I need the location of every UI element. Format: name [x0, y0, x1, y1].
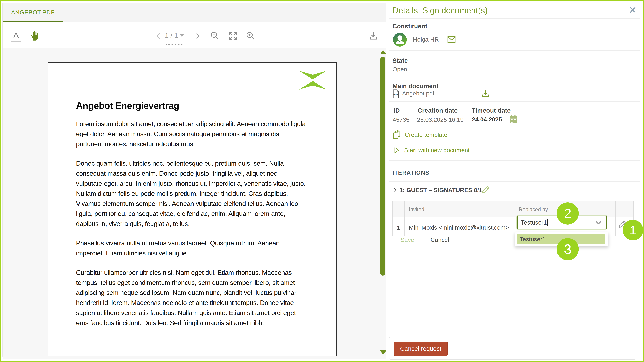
document-paragraph: Phasellus viverra nulla ut metus varius …	[76, 238, 306, 258]
download-icon	[368, 31, 378, 41]
window-border-top	[0, 0, 644, 1]
tab-label: ANGEBOT.PDF	[11, 9, 55, 16]
page-indicator-value: 1 / 1	[165, 31, 178, 39]
zoom-out-button[interactable]	[209, 29, 221, 42]
table-column-divider	[615, 201, 616, 236]
calendar-icon[interactable]	[509, 115, 518, 124]
window-border-right	[642, 0, 644, 362]
pdf-viewer-card: ANGEBOT.PDF A	[3, 3, 386, 359]
row-number-cell: 1	[392, 224, 404, 231]
divider	[389, 181, 640, 182]
iteration-group-expander[interactable]: 1: GUEST – SIGNATURES 0/1	[392, 186, 482, 194]
tab-bar: ANGEBOT.PDF	[3, 3, 386, 22]
main-document-label: Main document	[392, 82, 438, 90]
viewer-toolbar: A 1 / 1	[3, 22, 386, 48]
start-with-new-document-label: Start with new document	[404, 147, 470, 154]
details-footer: Cancel request	[389, 337, 636, 360]
text-select-icon: A	[13, 31, 19, 39]
document-title: Angebot Energievertrag	[76, 100, 179, 111]
divider	[389, 160, 640, 161]
details-panel-title: Details: Sign document(s)	[392, 5, 488, 15]
document-paragraph: Lorem ipsum dolor sit amet, consectetuer…	[76, 119, 306, 149]
timeout-date-label: Timeout date	[472, 107, 511, 114]
document-paragraph: Donec quam felis, ultricies nec, pellent…	[76, 158, 306, 229]
download-green-icon	[481, 89, 490, 98]
annotation-step-2: 2	[556, 202, 579, 225]
close-icon[interactable]: ✕	[628, 4, 637, 16]
pdf-file-icon: PDF	[392, 89, 400, 98]
table-column-divider	[404, 201, 405, 236]
cancel-button[interactable]: Cancel	[430, 237, 449, 243]
column-header-invited: Invited	[409, 206, 424, 213]
creation-date-value: 25.03.2025 16:19	[417, 116, 464, 123]
play-outline-icon	[392, 146, 400, 155]
avatar	[393, 33, 407, 46]
table-column-divider	[514, 201, 514, 236]
window-border-left	[0, 0, 2, 362]
scrollbar-down-arrow[interactable]	[380, 351, 386, 355]
window-border-bottom	[0, 361, 644, 362]
fit-to-screen-button[interactable]	[227, 29, 239, 42]
zoom-in-button[interactable]	[245, 29, 256, 42]
save-button[interactable]: Save	[400, 237, 414, 243]
signers-table: Invited Replaced by 1 Mini Moxis <mini.m…	[392, 201, 634, 237]
creation-date-label: Creation date	[418, 107, 458, 114]
annotation-step-1: 1	[623, 220, 643, 240]
download-document-button[interactable]	[367, 29, 380, 42]
signers-table-header	[392, 201, 634, 217]
xitrust-logo-icon	[298, 71, 327, 90]
hand-icon	[30, 30, 40, 42]
divider	[389, 18, 640, 18]
divider	[389, 76, 640, 76]
download-main-document-button[interactable]	[481, 89, 490, 98]
divider	[389, 142, 640, 142]
iterations-heading: ITERATIONS	[392, 170, 430, 176]
page-select-caret-icon	[180, 34, 184, 37]
state-value: Open	[392, 66, 407, 73]
app-window: { "colors": { "accent_green": "#7d9c2d",…	[0, 0, 644, 362]
pencil-icon	[481, 185, 490, 194]
divider	[389, 127, 640, 127]
edit-iteration-button[interactable]	[481, 185, 490, 194]
create-template-link[interactable]: Create template	[392, 130, 447, 140]
chevron-right-icon	[194, 31, 201, 41]
text-select-tool-button[interactable]: A	[10, 30, 22, 43]
tab-active-underline	[3, 20, 63, 22]
pan-tool-button[interactable]	[28, 29, 42, 43]
document-paragraph: Curabitur ullamcorper ultricies nisi. Na…	[76, 268, 306, 328]
copy-template-icon	[392, 130, 401, 140]
next-page-button[interactable]	[193, 30, 202, 42]
chevron-right-icon	[392, 186, 398, 194]
expand-icon	[228, 31, 238, 40]
column-header-replaced-by: Replaced by	[519, 206, 548, 213]
divider	[389, 101, 640, 102]
text-select-underline	[11, 41, 21, 42]
email-icon[interactable]	[447, 36, 456, 43]
tab-angebot-pdf[interactable]: ANGEBOT.PDF	[3, 3, 63, 21]
pdf-viewer-area: Angebot Energievertrag Lorem ipsum dolor…	[3, 48, 386, 359]
create-template-label: Create template	[405, 131, 447, 138]
invited-cell: Mini Moxis <mini.moxis@xitrust.com>	[409, 224, 509, 231]
svg-text:PDF: PDF	[393, 93, 398, 96]
zoom-in-icon	[246, 31, 256, 41]
id-value: 45735	[393, 116, 410, 123]
start-with-new-document-link[interactable]: Start with new document	[392, 146, 470, 155]
prev-page-button[interactable]	[154, 30, 163, 42]
annotation-step-3: 3	[556, 238, 579, 260]
constituent-name: Helga HR	[413, 36, 439, 43]
id-label: ID	[394, 107, 400, 114]
dropdown-option-label: Testuser1	[520, 236, 546, 243]
zoom-out-icon	[210, 31, 220, 41]
chevron-down-icon[interactable]	[595, 219, 602, 227]
page-input-dotted-underline	[166, 44, 183, 45]
main-document-filename: Angebot.pdf	[402, 90, 434, 97]
combobox-value: Testuser1	[521, 219, 547, 226]
state-label: State	[392, 57, 408, 64]
pdf-page: Angebot Energievertrag Lorem ipsum dolor…	[48, 62, 336, 356]
scrollbar-up-arrow[interactable]	[380, 50, 386, 54]
scrollbar-thumb[interactable]	[380, 57, 386, 276]
timeout-date-value: 24.04.2025	[472, 116, 502, 123]
cancel-request-button[interactable]: Cancel request	[394, 342, 448, 356]
page-indicator-input[interactable]: 1 / 1	[165, 29, 184, 41]
text-cursor	[547, 219, 548, 226]
